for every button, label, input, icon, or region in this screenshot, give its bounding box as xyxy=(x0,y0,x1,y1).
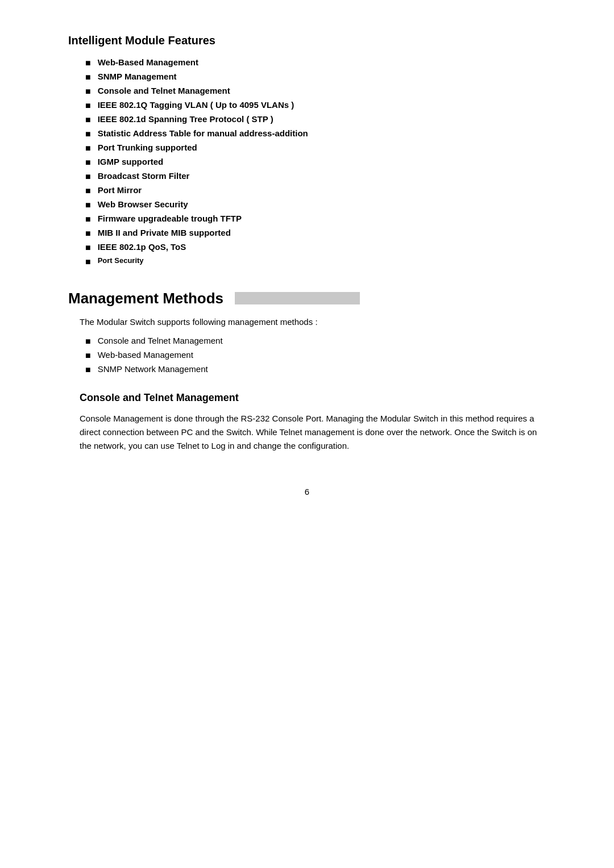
list-item-text: IEEE 802.1Q Tagging VLAN ( Up to 4095 VL… xyxy=(98,100,294,110)
list-item: ■ Web-Based Management xyxy=(68,57,546,68)
list-item: ■ Port Security xyxy=(68,256,546,267)
list-item-text: Port Security xyxy=(98,256,144,265)
list-item: ■ Console and Telnet Management xyxy=(68,336,546,347)
bullet-icon: ■ xyxy=(85,186,91,196)
console-telnet-heading: Console and Telnet Management xyxy=(80,392,546,404)
bullet-icon: ■ xyxy=(85,86,91,97)
console-telnet-section: Console and Telnet Management Console Ma… xyxy=(68,392,546,453)
list-item-text: MIB II and Private MIB supported xyxy=(98,228,231,237)
list-item-text: Console and Telnet Management xyxy=(98,336,223,345)
list-item: ■ Statistic Address Table for manual add… xyxy=(68,128,546,139)
bullet-icon: ■ xyxy=(85,257,91,267)
list-item-text: IEEE 802.1p QoS, ToS xyxy=(98,242,186,252)
list-item: ■ SNMP Management xyxy=(68,72,546,82)
list-item: ■ Port Mirror xyxy=(68,185,546,196)
intelligent-module-heading: Intelligent Module Features xyxy=(68,34,546,47)
bullet-icon: ■ xyxy=(85,214,91,224)
list-item-text: SNMP Network Management xyxy=(98,364,208,374)
bullet-icon: ■ xyxy=(85,336,91,347)
list-item-text: Statistic Address Table for manual addre… xyxy=(98,128,308,138)
bullet-icon: ■ xyxy=(85,243,91,253)
intelligent-module-section: Intelligent Module Features ■ Web-Based … xyxy=(68,34,546,267)
list-item: ■ Web Browser Security xyxy=(68,199,546,210)
list-item: ■ IGMP supported xyxy=(68,157,546,168)
list-item-text: IEEE 802.1d Spanning Tree Protocol ( STP… xyxy=(98,114,273,124)
console-telnet-body: Console Management is done through the R… xyxy=(80,412,546,453)
bullet-icon: ■ xyxy=(85,143,91,153)
list-item: ■ Port Trunking supported xyxy=(68,143,546,153)
list-item: ■ SNMP Network Management xyxy=(68,364,546,375)
management-methods-intro: The Modular Switch supports following ma… xyxy=(80,315,546,329)
bullet-icon: ■ xyxy=(85,129,91,139)
management-methods-list: ■ Console and Telnet Management ■ Web-ba… xyxy=(68,336,546,375)
list-item: ■ Firmware upgradeable trough TFTP xyxy=(68,214,546,224)
list-item-broadcast-storm: ■ Broadcast Storm Filter xyxy=(68,171,546,182)
management-methods-heading: Management Methods xyxy=(68,290,546,307)
bullet-icon: ■ xyxy=(85,350,91,361)
list-item: ■ Web-based Management xyxy=(68,350,546,361)
page-number: 6 xyxy=(68,487,546,496)
list-item: ■ IEEE 802.1p QoS, ToS xyxy=(68,242,546,253)
list-item: ■ MIB II and Private MIB supported xyxy=(68,228,546,239)
list-item: ■ IEEE 802.1Q Tagging VLAN ( Up to 4095 … xyxy=(68,100,546,111)
list-item-text: Web-based Management xyxy=(98,350,193,360)
bullet-icon: ■ xyxy=(85,101,91,111)
list-item-text: Port Mirror xyxy=(98,185,142,195)
list-item-text: Console and Telnet Management xyxy=(98,86,230,95)
list-item: ■ Console and Telnet Management xyxy=(68,86,546,97)
list-item-text: IGMP supported xyxy=(98,157,164,166)
bullet-icon: ■ xyxy=(85,72,91,82)
bullet-icon: ■ xyxy=(85,115,91,125)
list-item-text: SNMP Management xyxy=(98,72,177,81)
list-item-text: Broadcast Storm Filter xyxy=(98,171,190,181)
management-methods-section: Management Methods The Modular Switch su… xyxy=(68,290,546,375)
bullet-icon: ■ xyxy=(85,172,91,182)
list-item: ■ IEEE 802.1d Spanning Tree Protocol ( S… xyxy=(68,114,546,125)
bullet-icon: ■ xyxy=(85,365,91,375)
list-item-text: Port Trunking supported xyxy=(98,143,197,152)
bullet-icon: ■ xyxy=(85,228,91,239)
list-item-text: Firmware upgradeable trough TFTP xyxy=(98,214,242,223)
list-item-text: Web-Based Management xyxy=(98,57,198,67)
bullet-icon: ■ xyxy=(85,200,91,210)
bullet-icon: ■ xyxy=(85,157,91,168)
intelligent-module-list: ■ Web-Based Management ■ SNMP Management… xyxy=(68,57,546,267)
bullet-icon: ■ xyxy=(85,58,91,68)
list-item-text: Web Browser Security xyxy=(98,199,188,209)
